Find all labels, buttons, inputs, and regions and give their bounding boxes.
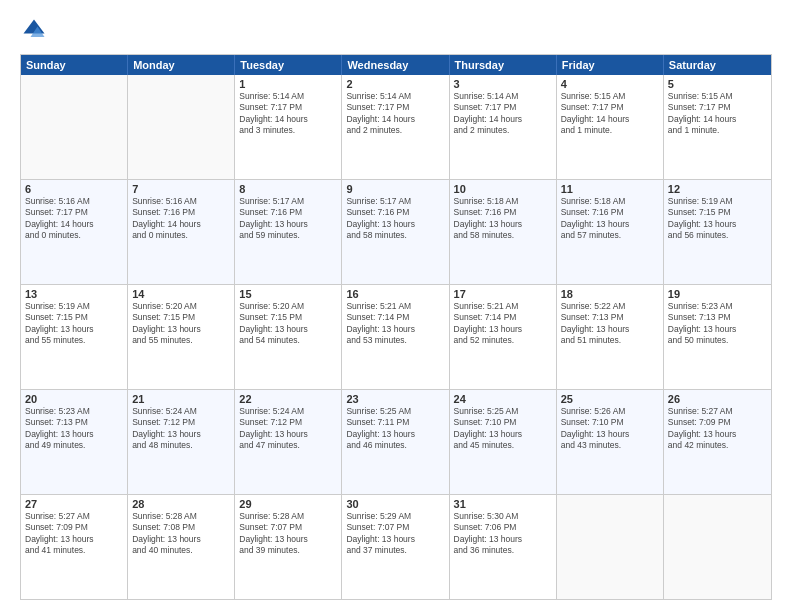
day-info: Sunrise: 5:16 AM Sunset: 7:16 PM Dayligh…: [132, 196, 230, 242]
day-cell-20: 20Sunrise: 5:23 AM Sunset: 7:13 PM Dayli…: [21, 390, 128, 494]
day-cell-12: 12Sunrise: 5:19 AM Sunset: 7:15 PM Dayli…: [664, 180, 771, 284]
day-info: Sunrise: 5:19 AM Sunset: 7:15 PM Dayligh…: [668, 196, 767, 242]
calendar-row-2: 6Sunrise: 5:16 AM Sunset: 7:17 PM Daylig…: [21, 179, 771, 284]
day-cell-empty-0-1: [128, 75, 235, 179]
svg-marker-0: [24, 20, 45, 34]
day-cell-3: 3Sunrise: 5:14 AM Sunset: 7:17 PM Daylig…: [450, 75, 557, 179]
day-number: 10: [454, 183, 552, 195]
day-info: Sunrise: 5:14 AM Sunset: 7:17 PM Dayligh…: [346, 91, 444, 137]
day-number: 4: [561, 78, 659, 90]
day-cell-18: 18Sunrise: 5:22 AM Sunset: 7:13 PM Dayli…: [557, 285, 664, 389]
weekday-header-tuesday: Tuesday: [235, 55, 342, 75]
logo: [20, 16, 52, 44]
day-info: Sunrise: 5:17 AM Sunset: 7:16 PM Dayligh…: [239, 196, 337, 242]
day-cell-11: 11Sunrise: 5:18 AM Sunset: 7:16 PM Dayli…: [557, 180, 664, 284]
calendar-body: 1Sunrise: 5:14 AM Sunset: 7:17 PM Daylig…: [21, 75, 771, 599]
day-info: Sunrise: 5:29 AM Sunset: 7:07 PM Dayligh…: [346, 511, 444, 557]
calendar-row-3: 13Sunrise: 5:19 AM Sunset: 7:15 PM Dayli…: [21, 284, 771, 389]
day-number: 23: [346, 393, 444, 405]
day-info: Sunrise: 5:27 AM Sunset: 7:09 PM Dayligh…: [668, 406, 767, 452]
day-number: 25: [561, 393, 659, 405]
day-cell-31: 31Sunrise: 5:30 AM Sunset: 7:06 PM Dayli…: [450, 495, 557, 599]
weekday-header-saturday: Saturday: [664, 55, 771, 75]
day-number: 13: [25, 288, 123, 300]
day-info: Sunrise: 5:20 AM Sunset: 7:15 PM Dayligh…: [132, 301, 230, 347]
day-number: 19: [668, 288, 767, 300]
calendar: SundayMondayTuesdayWednesdayThursdayFrid…: [20, 54, 772, 600]
header: [20, 16, 772, 44]
day-info: Sunrise: 5:15 AM Sunset: 7:17 PM Dayligh…: [668, 91, 767, 137]
calendar-row-4: 20Sunrise: 5:23 AM Sunset: 7:13 PM Dayli…: [21, 389, 771, 494]
day-cell-4: 4Sunrise: 5:15 AM Sunset: 7:17 PM Daylig…: [557, 75, 664, 179]
day-number: 22: [239, 393, 337, 405]
day-info: Sunrise: 5:27 AM Sunset: 7:09 PM Dayligh…: [25, 511, 123, 557]
day-number: 24: [454, 393, 552, 405]
day-number: 3: [454, 78, 552, 90]
day-cell-6: 6Sunrise: 5:16 AM Sunset: 7:17 PM Daylig…: [21, 180, 128, 284]
day-number: 6: [25, 183, 123, 195]
day-info: Sunrise: 5:30 AM Sunset: 7:06 PM Dayligh…: [454, 511, 552, 557]
day-number: 21: [132, 393, 230, 405]
weekday-header-friday: Friday: [557, 55, 664, 75]
day-info: Sunrise: 5:14 AM Sunset: 7:17 PM Dayligh…: [454, 91, 552, 137]
day-info: Sunrise: 5:28 AM Sunset: 7:07 PM Dayligh…: [239, 511, 337, 557]
day-info: Sunrise: 5:15 AM Sunset: 7:17 PM Dayligh…: [561, 91, 659, 137]
day-cell-16: 16Sunrise: 5:21 AM Sunset: 7:14 PM Dayli…: [342, 285, 449, 389]
day-cell-27: 27Sunrise: 5:27 AM Sunset: 7:09 PM Dayli…: [21, 495, 128, 599]
day-cell-15: 15Sunrise: 5:20 AM Sunset: 7:15 PM Dayli…: [235, 285, 342, 389]
day-number: 9: [346, 183, 444, 195]
day-info: Sunrise: 5:24 AM Sunset: 7:12 PM Dayligh…: [239, 406, 337, 452]
day-cell-30: 30Sunrise: 5:29 AM Sunset: 7:07 PM Dayli…: [342, 495, 449, 599]
day-info: Sunrise: 5:18 AM Sunset: 7:16 PM Dayligh…: [454, 196, 552, 242]
day-cell-5: 5Sunrise: 5:15 AM Sunset: 7:17 PM Daylig…: [664, 75, 771, 179]
calendar-header: SundayMondayTuesdayWednesdayThursdayFrid…: [21, 55, 771, 75]
day-cell-empty-4-5: [557, 495, 664, 599]
day-cell-23: 23Sunrise: 5:25 AM Sunset: 7:11 PM Dayli…: [342, 390, 449, 494]
day-info: Sunrise: 5:18 AM Sunset: 7:16 PM Dayligh…: [561, 196, 659, 242]
day-cell-25: 25Sunrise: 5:26 AM Sunset: 7:10 PM Dayli…: [557, 390, 664, 494]
weekday-header-thursday: Thursday: [450, 55, 557, 75]
day-cell-9: 9Sunrise: 5:17 AM Sunset: 7:16 PM Daylig…: [342, 180, 449, 284]
day-number: 11: [561, 183, 659, 195]
logo-icon: [20, 16, 48, 44]
day-info: Sunrise: 5:20 AM Sunset: 7:15 PM Dayligh…: [239, 301, 337, 347]
day-number: 14: [132, 288, 230, 300]
day-number: 12: [668, 183, 767, 195]
day-cell-empty-4-6: [664, 495, 771, 599]
day-number: 5: [668, 78, 767, 90]
day-number: 28: [132, 498, 230, 510]
day-info: Sunrise: 5:28 AM Sunset: 7:08 PM Dayligh…: [132, 511, 230, 557]
day-number: 16: [346, 288, 444, 300]
day-number: 26: [668, 393, 767, 405]
day-cell-24: 24Sunrise: 5:25 AM Sunset: 7:10 PM Dayli…: [450, 390, 557, 494]
day-cell-10: 10Sunrise: 5:18 AM Sunset: 7:16 PM Dayli…: [450, 180, 557, 284]
day-info: Sunrise: 5:22 AM Sunset: 7:13 PM Dayligh…: [561, 301, 659, 347]
day-cell-empty-0-0: [21, 75, 128, 179]
day-cell-8: 8Sunrise: 5:17 AM Sunset: 7:16 PM Daylig…: [235, 180, 342, 284]
day-cell-29: 29Sunrise: 5:28 AM Sunset: 7:07 PM Dayli…: [235, 495, 342, 599]
calendar-row-5: 27Sunrise: 5:27 AM Sunset: 7:09 PM Dayli…: [21, 494, 771, 599]
day-cell-28: 28Sunrise: 5:28 AM Sunset: 7:08 PM Dayli…: [128, 495, 235, 599]
day-number: 7: [132, 183, 230, 195]
day-number: 30: [346, 498, 444, 510]
day-info: Sunrise: 5:26 AM Sunset: 7:10 PM Dayligh…: [561, 406, 659, 452]
day-cell-1: 1Sunrise: 5:14 AM Sunset: 7:17 PM Daylig…: [235, 75, 342, 179]
day-number: 17: [454, 288, 552, 300]
day-cell-26: 26Sunrise: 5:27 AM Sunset: 7:09 PM Dayli…: [664, 390, 771, 494]
day-number: 20: [25, 393, 123, 405]
day-cell-17: 17Sunrise: 5:21 AM Sunset: 7:14 PM Dayli…: [450, 285, 557, 389]
day-info: Sunrise: 5:17 AM Sunset: 7:16 PM Dayligh…: [346, 196, 444, 242]
calendar-row-1: 1Sunrise: 5:14 AM Sunset: 7:17 PM Daylig…: [21, 75, 771, 179]
day-cell-13: 13Sunrise: 5:19 AM Sunset: 7:15 PM Dayli…: [21, 285, 128, 389]
day-cell-7: 7Sunrise: 5:16 AM Sunset: 7:16 PM Daylig…: [128, 180, 235, 284]
day-cell-22: 22Sunrise: 5:24 AM Sunset: 7:12 PM Dayli…: [235, 390, 342, 494]
day-number: 1: [239, 78, 337, 90]
day-info: Sunrise: 5:21 AM Sunset: 7:14 PM Dayligh…: [346, 301, 444, 347]
weekday-header-sunday: Sunday: [21, 55, 128, 75]
day-number: 2: [346, 78, 444, 90]
day-cell-14: 14Sunrise: 5:20 AM Sunset: 7:15 PM Dayli…: [128, 285, 235, 389]
day-number: 27: [25, 498, 123, 510]
weekday-header-wednesday: Wednesday: [342, 55, 449, 75]
day-number: 31: [454, 498, 552, 510]
day-cell-19: 19Sunrise: 5:23 AM Sunset: 7:13 PM Dayli…: [664, 285, 771, 389]
